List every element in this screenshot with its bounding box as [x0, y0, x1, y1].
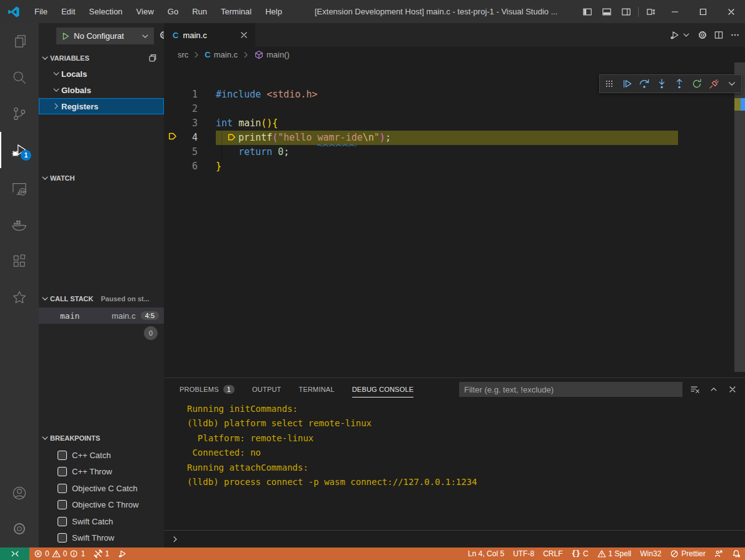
filter-input[interactable]: Filter (e.g. text, !exclude)	[459, 382, 682, 397]
code-line-6[interactable]: }	[216, 159, 221, 174]
restart-icon[interactable]	[691, 78, 702, 89]
breakpoint-checkbox[interactable]	[58, 517, 67, 526]
menu-view[interactable]: View	[129, 0, 161, 23]
toggle-panel-icon[interactable]	[597, 0, 616, 23]
breadcrumb-symbol[interactable]: main()	[266, 50, 290, 59]
session-row[interactable]: 0	[39, 325, 164, 341]
menu-selection[interactable]: Selection	[82, 0, 129, 23]
gripper-icon[interactable]	[604, 78, 615, 89]
run-or-debug-icon[interactable]	[670, 30, 680, 40]
close-window-button[interactable]	[717, 0, 745, 23]
debug-status[interactable]	[114, 548, 131, 560]
call-stack-section-header[interactable]: CALL STACK Paused on st...	[39, 292, 164, 306]
account-icon[interactable]	[0, 475, 39, 511]
extensions-icon[interactable]	[0, 243, 39, 279]
variables-section-header[interactable]: VARIABLES	[39, 51, 164, 65]
chevron-down-icon[interactable]	[726, 78, 737, 89]
close-tab-icon[interactable]	[239, 30, 249, 40]
explorer-icon[interactable]	[0, 23, 39, 59]
panel-tab-debug-console[interactable]: DEBUG CONSOLE	[352, 378, 414, 400]
breakpoint-row[interactable]: C++ Catch	[39, 447, 164, 463]
menu-go[interactable]: Go	[161, 0, 185, 23]
step-into-icon[interactable]	[656, 78, 667, 89]
toggle-secondary-sidebar-icon[interactable]	[616, 0, 636, 23]
search-icon[interactable]	[0, 59, 39, 96]
breakpoint-row[interactable]: C++ Throw	[39, 464, 164, 480]
breakpoints-section-header[interactable]: BREAKPOINTS	[39, 431, 164, 445]
remote-indicator[interactable]	[0, 548, 29, 560]
menu-file[interactable]: File	[28, 0, 54, 23]
clear-filter-icon[interactable]	[690, 384, 700, 394]
breakpoint-checkbox[interactable]	[58, 533, 67, 542]
notifications-status[interactable]	[727, 548, 745, 560]
feedback-status[interactable]	[710, 548, 727, 560]
chevron-down-icon[interactable]	[681, 30, 691, 40]
variables-item-registers[interactable]: Registers	[39, 98, 164, 114]
star-icon[interactable]	[0, 279, 39, 316]
breakpoint-checkbox[interactable]	[58, 500, 67, 509]
line-number[interactable]: 2	[179, 102, 198, 116]
menu-edit[interactable]: Edit	[54, 0, 82, 23]
toggle-sidebar-icon[interactable]	[577, 0, 597, 23]
copy-icon[interactable]	[148, 53, 158, 63]
panel-tab-problems[interactable]: PROBLEMS1	[180, 378, 235, 400]
menu-run[interactable]: Run	[185, 0, 214, 23]
cursor-position[interactable]: Ln 4, Col 5	[464, 548, 509, 560]
panel-tab-terminal[interactable]: TERMINAL	[298, 378, 334, 400]
eol-indicator[interactable]: CRLF	[539, 548, 567, 560]
breakpoint-checkbox[interactable]	[58, 467, 67, 476]
minimize-button[interactable]	[661, 0, 689, 23]
breakpoint-row[interactable]: Swift Throw	[39, 530, 164, 546]
debug-console-input[interactable]	[164, 530, 745, 548]
breadcrumb-file[interactable]: main.c	[214, 50, 238, 59]
line-number[interactable]: 6	[179, 159, 198, 174]
menu-terminal[interactable]: Terminal	[214, 0, 258, 23]
code-line-1[interactable]: #include <stdio.h>	[216, 88, 318, 102]
continue-icon[interactable]	[621, 78, 632, 89]
overview-ruler[interactable]	[734, 62, 745, 378]
docker-icon[interactable]	[0, 207, 39, 243]
breakpoint-row[interactable]: Objective C Catch	[39, 480, 164, 496]
line-number[interactable]: 3	[179, 116, 198, 131]
tab-main-c[interactable]: C main.c	[164, 23, 255, 47]
stack-frame-row[interactable]: main main.c 4:5	[39, 308, 164, 324]
run-and-debug-icon[interactable]	[0, 132, 39, 168]
encoding-indicator[interactable]: UTF-8	[509, 548, 539, 560]
breakpoint-checkbox[interactable]	[58, 451, 67, 460]
configure-gear-icon[interactable]	[697, 30, 707, 40]
spell-checker-status[interactable]: 1 Spell	[593, 548, 636, 560]
code-line-5[interactable]: return 0;	[216, 145, 289, 159]
code-editor[interactable]: 123456 #include <stdio.h>int main(){ pri…	[164, 62, 745, 378]
step-over-icon[interactable]	[639, 78, 650, 89]
disconnect-icon[interactable]	[709, 78, 720, 89]
panel-tab-output[interactable]: OUTPUT	[252, 378, 281, 400]
platform-indicator[interactable]: Win32	[636, 548, 666, 560]
start-debug-icon[interactable]	[60, 31, 70, 41]
split-editor-icon[interactable]	[714, 30, 724, 40]
close-panel-icon[interactable]	[727, 384, 737, 394]
source-control-icon[interactable]	[0, 96, 39, 132]
debug-settings-gear-icon[interactable]	[159, 30, 164, 40]
breadcrumb-folder[interactable]: src	[178, 50, 188, 59]
settings-gear-icon[interactable]	[0, 511, 39, 547]
breadcrumbs[interactable]: src C main.c main()	[164, 47, 745, 62]
breakpoint-checkbox[interactable]	[58, 484, 67, 493]
maximize-button[interactable]	[689, 0, 717, 23]
line-number[interactable]: 5	[179, 145, 198, 159]
maximize-panel-icon[interactable]	[709, 384, 719, 394]
line-number[interactable]: 1	[179, 88, 198, 102]
code-line-4[interactable]: printf("hello wamr-ide\n");	[216, 131, 391, 145]
breakpoint-row[interactable]: Objective C Throw	[39, 497, 164, 513]
watch-section-header[interactable]: WATCH	[39, 171, 164, 185]
language-mode[interactable]: {} C	[567, 548, 592, 560]
breakpoint-row[interactable]: Swift Catch	[39, 513, 164, 529]
variables-item-globals[interactable]: Globals	[39, 82, 164, 98]
menu-help[interactable]: Help	[258, 0, 289, 23]
more-actions-icon[interactable]	[730, 30, 740, 40]
tools-status[interactable]: 1	[89, 548, 114, 560]
line-number[interactable]: 4	[179, 131, 198, 145]
customize-layout-icon[interactable]	[641, 0, 661, 23]
remote-explorer-icon[interactable]	[0, 171, 39, 207]
step-out-icon[interactable]	[674, 78, 685, 89]
debug-config-dropdown[interactable]: No Configurat	[56, 28, 154, 44]
